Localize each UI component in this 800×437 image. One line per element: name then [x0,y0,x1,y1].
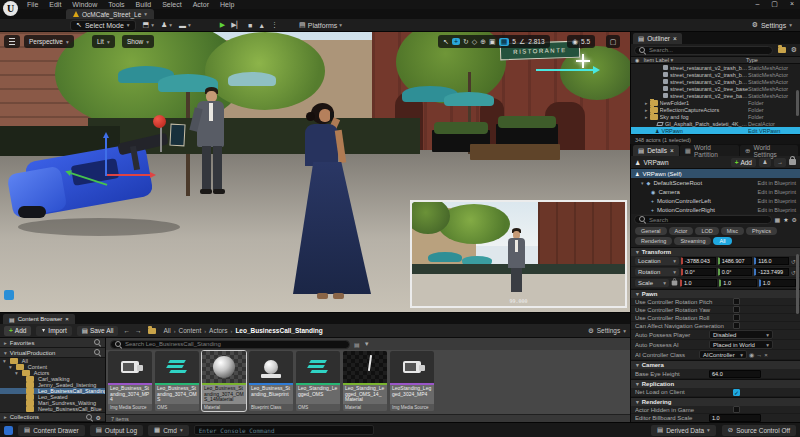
section-camera[interactable]: ▾Camera [631,360,800,369]
perspective-dropdown[interactable]: Perspective▾ [24,35,74,48]
can-affect-navigation-checkbox[interactable] [733,322,740,329]
filter-streaming[interactable]: Streaming [674,237,711,245]
derived-data-button[interactable]: ▤Derived Data▾ [651,425,716,436]
surface-snap-icon[interactable]: ▣ [489,38,496,46]
menu-tools[interactable]: Tools [108,1,124,8]
location-dropdown[interactable]: Location▾ [635,257,679,265]
maximize-icon[interactable]: ▢ [771,0,778,8]
details-scrollbar[interactable] [796,254,799,314]
play-options-icon[interactable]: ⋮ [271,21,278,29]
filter-actor[interactable]: Actor [669,227,694,235]
clear-icon[interactable]: × [764,352,768,358]
add-actor-button[interactable]: ⬒▾ [143,21,154,29]
scale-x-field[interactable]: 1.0 [680,279,717,287]
gear-icon[interactable]: ⚙ [96,414,101,421]
filter-icon[interactable]: ▼ [364,341,370,347]
tab-details[interactable]: ▤Details× [633,145,679,156]
browse-blueprint-button[interactable]: → [774,158,786,167]
gizmo-x-axis[interactable] [106,174,150,176]
outliner-search[interactable] [634,46,773,55]
menu-select[interactable]: Select [162,1,181,8]
filter-general[interactable]: General [635,227,667,235]
add-component-button[interactable]: +Add [731,158,756,167]
asset-tile[interactable]: Leo_Standing_Legged_OMS_14_Material Mate… [343,351,387,411]
section-replication[interactable]: ▾Replication [631,379,800,388]
rotation-x-field[interactable]: 0.0° [681,268,716,276]
search-icon[interactable] [94,349,101,356]
show-dropdown[interactable]: Show▾ [122,35,154,48]
lit-dropdown[interactable]: Lit▾ [92,35,115,48]
outliner-row[interactable]: ▸Sky and fogFolder [631,113,800,120]
outliner-settings-icon[interactable]: ⚙ [791,46,797,54]
console-command-field[interactable] [194,425,374,435]
blueprints-button[interactable]: ♟▾ [161,21,172,29]
outliner-row[interactable]: street_restaurant_v2_trash_bag08StaticMe… [631,78,800,85]
viewport-annotation-icon[interactable] [4,290,14,300]
breadcrumb-actors[interactable]: Actors [209,327,227,334]
favorites-icon[interactable]: ★ [783,216,788,223]
output-log-button[interactable]: ▤Output Log [90,425,143,436]
viewport-options-button[interactable] [4,35,20,48]
menu-window[interactable]: Window [72,1,97,8]
new-folder-icon[interactable] [778,47,786,53]
actor-hidden-checkbox[interactable] [733,406,740,413]
outliner-row-selected[interactable]: ♟VRPawnEdit VRPawn [631,127,800,134]
expand-icon[interactable]: ▸ [645,107,648,113]
source-control-button[interactable]: ⊘Source Control Off [722,425,796,436]
menu-actor[interactable]: Actor [193,1,209,8]
edit-blueprint-button[interactable]: ♟ [759,158,771,167]
scale-z-field[interactable]: 1.0 [759,279,796,287]
auto-possess-ai-dropdown[interactable]: Placed in World▾ [709,340,773,349]
asset-tile[interactable]: Leo_Business_Standing_Blueprint Blueprin… [249,351,293,411]
asset-tile-selected[interactable]: Leo_Business_Standing_3074_OMS_14Materia… [202,351,246,411]
cmd-dropdown[interactable]: ▦Cmd▾ [148,425,189,436]
outliner-scrollbar[interactable] [796,90,799,116]
filter-all[interactable]: All [713,237,731,245]
component-row-self[interactable]: ♟VRPawn (Self) [631,169,800,178]
breadcrumb-content[interactable]: Content [178,327,201,334]
use-selected-icon[interactable]: ◉ [749,351,754,358]
gizmo-z-axis[interactable] [105,138,107,176]
tab-world-settings[interactable]: ⊕World Settings [740,145,798,156]
rotation-y-field[interactable]: 0.0° [718,268,753,276]
console-command-input[interactable] [199,427,369,434]
select-mode-button[interactable]: ↖ Select Mode ▾ [70,20,136,31]
add-button[interactable]: +Add [4,326,31,336]
tab-world-partition[interactable]: ▦World Partition [680,145,739,156]
expand-icon[interactable]: ▸ [645,114,648,120]
location-y-field[interactable]: 1486.907 [718,257,753,265]
eject-button[interactable]: ▲ [258,22,265,29]
filter-lod[interactable]: LOD [695,227,718,235]
billboard-scale-field[interactable]: 1.0 [709,414,761,422]
location-x-field[interactable]: -3788.043 [681,257,716,265]
rotation-snap-icon[interactable]: ∠ [519,38,525,46]
content-drawer-button[interactable]: ▤Content Drawer [18,425,85,436]
settings-button[interactable]: ⚙ Settings ▾ [752,21,792,29]
collections-header[interactable]: ▸Collections⚙ [0,412,105,422]
stop-button[interactable]: ■ [248,22,252,29]
use-controller-rotation-roll-checkbox[interactable] [733,314,740,321]
close-icon[interactable]: × [65,316,69,322]
level-tab[interactable]: OcMCafe_Street_Le ▾ [66,9,154,19]
item-label-column[interactable]: Item Label ▾ [643,57,742,63]
scale-lock-icon[interactable] [672,281,678,286]
section-pawn[interactable]: ▾Pawn [631,289,800,298]
outliner-row[interactable]: ▸NewFolder1Folder [631,99,800,106]
ai-controller-dropdown[interactable]: AIController▾ [699,350,747,359]
filter-rendering[interactable]: Rendering [635,237,672,245]
search-icon[interactable] [94,339,101,346]
asset-search[interactable] [110,340,350,349]
unreal-logo[interactable]: U [3,1,18,16]
minimize-icon[interactable]: – [755,0,759,8]
outliner-row[interactable]: street_restaurant_v2_tree_base01StaticMe… [631,92,800,99]
browse-icon[interactable]: → [756,352,762,358]
component-row-motioncontroller-right[interactable]: +MotionControllerRightEdit in Blueprint [631,205,800,214]
details-search-input[interactable] [649,217,767,223]
section-rendering[interactable]: ▾Rendering [631,397,800,406]
asset-tile[interactable]: Leo_Business_Standing_3074_MP4 Img Media… [108,351,152,411]
menu-build[interactable]: Build [136,1,152,8]
platforms-button[interactable]: ▤ Platforms ▾ [299,21,342,29]
section-transform[interactable]: ▾Transform [631,247,800,256]
world-coordinate-icon[interactable]: ⊕ [480,38,486,46]
auto-possess-player-dropdown[interactable]: Disabled▾ [709,330,773,339]
